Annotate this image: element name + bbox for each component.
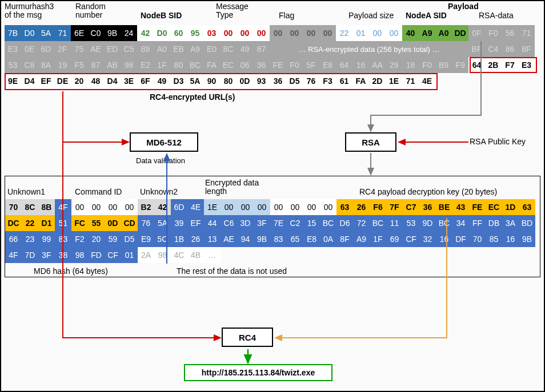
byte-cell: 24 [121, 25, 137, 41]
byte-cell: 34 [452, 215, 469, 231]
byte-cell: 5A [38, 25, 54, 41]
byte-cell: 40 [402, 25, 419, 41]
byte-cell: C4 [485, 41, 502, 57]
byte-cell: 63 [336, 199, 353, 215]
byte-cell: 86 [502, 41, 518, 57]
byte-cell: 00 [270, 199, 287, 215]
byte-cell: 03 [203, 25, 220, 41]
byte-cell: 87 [253, 41, 270, 57]
byte-cell: 00 [319, 25, 336, 41]
byte-cell: EF [187, 215, 204, 231]
byte-cell: 55 [88, 215, 105, 231]
byte-cell: 8A [38, 57, 54, 73]
byte-cell: E8 [303, 231, 320, 247]
byte-cell: FF [469, 215, 486, 231]
byte-cell: 16 [436, 231, 452, 247]
byte-cell: D5 [121, 231, 138, 247]
byte-cell: 4C [171, 247, 187, 263]
byte-cell: 00 [121, 199, 138, 215]
byte-cell: 49 [237, 41, 253, 57]
byte-cell: E3 [5, 41, 21, 57]
byte-cell: 6E [71, 25, 87, 41]
byte-cell: 3A [502, 215, 519, 231]
hdr-unk2: Unknown2 [140, 188, 178, 196]
byte-cell: E2 [137, 57, 154, 73]
byte-cell: 1E [204, 199, 221, 215]
byte-cell: 99 [38, 231, 55, 247]
md6-box: MD6-512 [130, 132, 198, 152]
byte-cell: 15 [303, 215, 320, 231]
byte-cell: 00 [320, 199, 336, 215]
midcap-rest: The rest of the data is not used [177, 266, 287, 276]
url-box: http://185.215.113.84/twizt.exe [184, 364, 332, 381]
rsa-box: RSA [345, 132, 396, 152]
byte-cell: 16 [352, 57, 369, 73]
byte-cell: D0 [154, 25, 170, 41]
byte-cell: 36 [253, 57, 270, 73]
byte-cell: E8 [319, 57, 336, 73]
byte-cell: 36 [419, 199, 436, 215]
hdr-flag: Flag [279, 11, 294, 20]
rc4-box: RC4 [222, 328, 273, 347]
byte-cell: 0F [468, 25, 485, 41]
byte-cell: 70 [469, 231, 486, 247]
byte-cell: 44 [204, 215, 221, 231]
byte-cell: 42 [154, 199, 171, 215]
rc4-redbox-tail [470, 57, 537, 73]
byte-cell: 1F [154, 57, 170, 73]
byte-cell: CF [105, 247, 121, 263]
byte-cell: 53 [5, 57, 21, 73]
byte-cell: 75 [71, 41, 87, 57]
byte-cell: 9B [104, 25, 121, 41]
byte-cell: C5 [121, 41, 137, 57]
rc4-caption: RC4-encrypted URL(s) [150, 92, 235, 102]
byte-cell: B2 [138, 199, 154, 215]
byte-cell: A0 [435, 25, 452, 41]
byte-cell: 83 [55, 231, 71, 247]
byte-cell: 06 [237, 57, 253, 73]
byte-cell: AA [369, 57, 386, 73]
byte-cell: 00 [237, 25, 253, 41]
byte-cell: ED [104, 41, 121, 57]
byte-cell: 83 [270, 231, 287, 247]
byte-cell: BD [519, 215, 535, 231]
byte-cell: A9 [187, 41, 203, 57]
byte-cell: 13 [204, 231, 221, 247]
byte-cell: 1F [370, 231, 386, 247]
byte-cell: 8C [220, 41, 237, 57]
byte-cell: FE [469, 199, 486, 215]
byte-cell: 8F [336, 231, 353, 247]
byte-cell: AE [87, 41, 104, 57]
hdr-rkey: RC4 payload decryption key (20 bytes) [359, 188, 497, 196]
byte-cell: C6 [221, 215, 237, 231]
hdr-unk1: Unknown1 [7, 188, 45, 196]
byte-cell: BC [436, 215, 452, 231]
byte-cell: C2 [287, 215, 303, 231]
byte-cell: 71 [54, 25, 71, 41]
byte-cell: AB [104, 57, 121, 73]
byte-cell: 00 [270, 25, 286, 41]
byte-cell: C8 [21, 57, 38, 73]
byte-cell: 01 [121, 247, 138, 263]
byte-cell: 00 [253, 25, 270, 41]
byte-cell: 0E [21, 41, 38, 57]
byte-cell: 51 [55, 215, 71, 231]
mid-byte-block: 708C8B4F00000000B2426D4E1E00000000000000… [5, 199, 540, 263]
byte-cell: F0 [286, 57, 303, 73]
byte-cell: F9 [452, 57, 468, 73]
byte-cell: 7B [5, 25, 21, 41]
byte-cell: 01 [352, 25, 369, 41]
hdr-rsadata: RSA-data [479, 11, 514, 20]
byte-cell: BF [468, 41, 485, 57]
hdr-mtype: Message Type [216, 2, 249, 20]
byte-cell: 00 [286, 25, 303, 41]
byte-cell: C0 [87, 25, 104, 41]
byte-cell: 95 [187, 25, 203, 41]
byte-cell: BC [320, 215, 336, 231]
hdr-random: Random number [75, 2, 106, 20]
byte-cell: 00 [237, 199, 254, 215]
byte-cell: 9B [254, 231, 270, 247]
byte-cell: BC [370, 215, 386, 231]
mid-header-labels: Unknown1 Command ID Unknown2 Encrypted d… [5, 177, 540, 198]
byte-cell: 85 [486, 231, 502, 247]
